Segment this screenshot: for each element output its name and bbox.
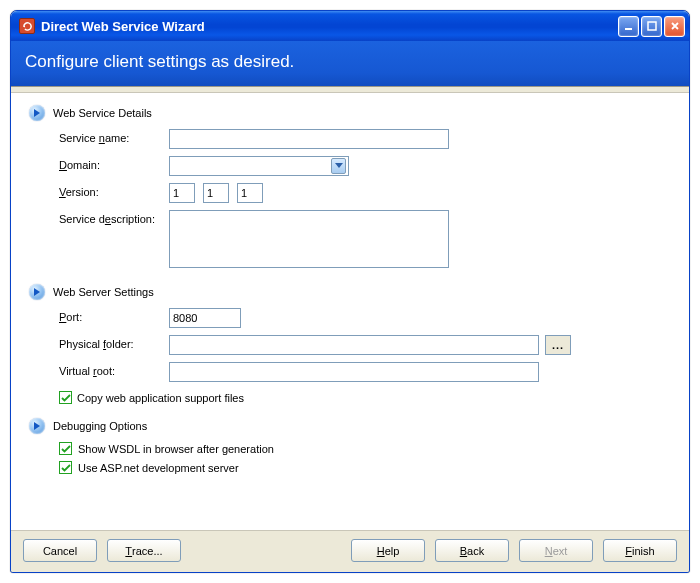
domain-select[interactable]: [169, 156, 349, 176]
section-header-debug: Debugging Options: [29, 418, 671, 434]
version-patch-input[interactable]: [237, 183, 263, 203]
close-button[interactable]: [664, 16, 685, 37]
physical-folder-label: Physical folder:: [59, 335, 169, 350]
version-minor-input[interactable]: [203, 183, 229, 203]
play-bullet-icon: [29, 105, 45, 121]
finish-button[interactable]: Finish: [603, 539, 677, 562]
window-title: Direct Web Service Wizard: [41, 19, 205, 34]
use-aspnet-label: Use ASP.net development server: [78, 462, 239, 474]
use-aspnet-checkbox[interactable]: [59, 461, 72, 474]
wizard-header: Configure client settings as desired.: [11, 41, 689, 87]
title-bar: Direct Web Service Wizard: [11, 11, 689, 41]
show-wsdl-checkbox[interactable]: [59, 442, 72, 455]
button-bar: Cancel Trace... Help Back Next Finish: [11, 530, 689, 572]
header-title: Configure client settings as desired.: [25, 52, 294, 71]
physical-folder-input[interactable]: [169, 335, 539, 355]
port-label: Port:: [59, 308, 169, 323]
cancel-button[interactable]: Cancel: [23, 539, 97, 562]
section-web-service-details: Web Service Details Service name: Domain…: [29, 105, 671, 270]
wizard-window: Direct Web Service Wizard Configure clie…: [10, 10, 690, 573]
port-input[interactable]: [169, 308, 241, 328]
description-label: Service description:: [59, 210, 169, 225]
service-name-input[interactable]: [169, 129, 449, 149]
section-debugging-options: Debugging Options Show WSDL in browser a…: [29, 418, 671, 474]
back-button[interactable]: Back: [435, 539, 509, 562]
help-button[interactable]: Help: [351, 539, 425, 562]
maximize-button[interactable]: [641, 16, 662, 37]
chevron-down-icon: [331, 158, 346, 174]
browse-folder-button[interactable]: ...: [545, 335, 571, 355]
show-wsdl-label: Show WSDL in browser after generation: [78, 443, 274, 455]
service-name-label: Service name:: [59, 129, 169, 144]
virtual-root-input[interactable]: [169, 362, 539, 382]
window-controls: [618, 16, 685, 37]
copy-files-label: Copy web application support files: [77, 392, 244, 404]
trace-button[interactable]: Trace...: [107, 539, 181, 562]
version-major-input[interactable]: [169, 183, 195, 203]
next-button: Next: [519, 539, 593, 562]
copy-files-checkbox[interactable]: [59, 391, 72, 404]
svg-rect-0: [625, 28, 632, 30]
play-bullet-icon: [29, 418, 45, 434]
section-header-server: Web Server Settings: [29, 284, 671, 300]
version-label: Version:: [59, 183, 169, 198]
section-header-details: Web Service Details: [29, 105, 671, 121]
description-input[interactable]: [169, 210, 449, 268]
svg-rect-1: [648, 22, 656, 30]
minimize-button[interactable]: [618, 16, 639, 37]
section-web-server-settings: Web Server Settings Port: Physical folde…: [29, 284, 671, 404]
play-bullet-icon: [29, 284, 45, 300]
app-icon: [19, 18, 35, 34]
domain-label: Domain:: [59, 156, 169, 171]
wizard-content: Web Service Details Service name: Domain…: [11, 93, 689, 530]
virtual-root-label: Virtual root:: [59, 362, 169, 377]
